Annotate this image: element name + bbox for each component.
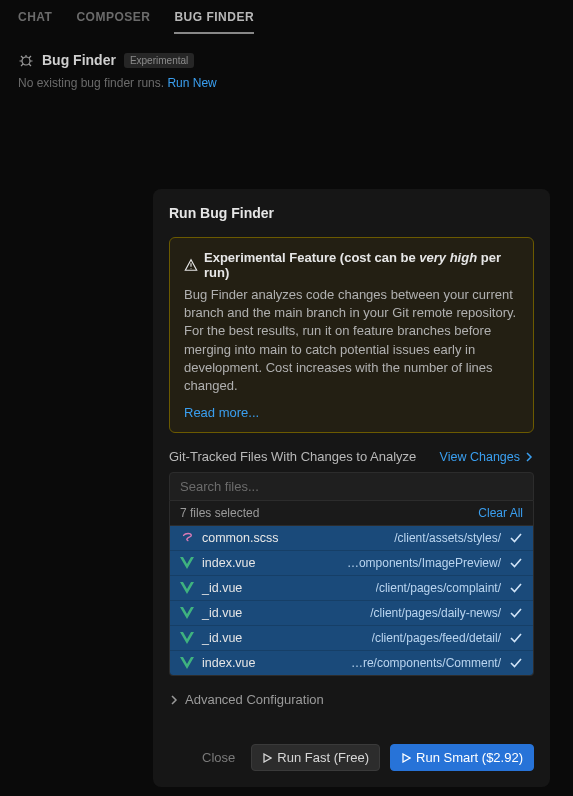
run-smart-button[interactable]: Run Smart ($2.92) [390, 744, 534, 771]
empty-state-text: No existing bug finder runs. Run New [0, 76, 573, 90]
view-changes-link[interactable]: View Changes [440, 450, 534, 464]
notice-head-prefix: Experimental Feature (cost can be [204, 250, 419, 265]
tab-bugfinder[interactable]: BUG FINDER [174, 10, 254, 34]
check-icon [509, 556, 523, 570]
file-path: /client/pages/complaint/ [376, 581, 501, 595]
run-fast-label: Run Fast (Free) [277, 750, 369, 765]
file-row[interactable]: _id.vue/client/pages/complaint/ [170, 576, 533, 601]
tab-bar: CHAT COMPOSER BUG FINDER [0, 0, 573, 34]
notice-body: Bug Finder analyzes code changes between… [184, 286, 519, 395]
file-row[interactable]: index.vue…re/components/Comment/ [170, 651, 533, 675]
vue-icon [180, 557, 194, 569]
bug-icon [18, 52, 34, 68]
file-row[interactable]: _id.vue/client/pages/daily-news/ [170, 601, 533, 626]
panel-footer: Close Run Fast (Free) Run Smart ($2.92) [169, 730, 534, 771]
search-files-input[interactable] [169, 472, 534, 501]
selection-bar: 7 files selected Clear All [169, 501, 534, 526]
run-bug-finder-panel: Run Bug Finder Experimental Feature (cos… [153, 189, 550, 787]
subtitle-prefix: No existing bug finder runs. [18, 76, 167, 90]
file-name: _id.vue [202, 581, 242, 595]
play-icon [262, 753, 272, 763]
read-more-link[interactable]: Read more... [184, 405, 259, 420]
check-icon [509, 531, 523, 545]
page-header: Bug Finder Experimental [0, 34, 573, 76]
warning-icon [184, 258, 198, 272]
file-name: _id.vue [202, 606, 242, 620]
notice-head-em: very high [419, 250, 477, 265]
experimental-notice: Experimental Feature (cost can be very h… [169, 237, 534, 433]
file-name: common.scss [202, 531, 278, 545]
page-title: Bug Finder [42, 52, 116, 68]
check-icon [509, 606, 523, 620]
file-path: /client/assets/styles/ [394, 531, 501, 545]
file-name: index.vue [202, 656, 256, 670]
files-label: Git-Tracked Files With Changes to Analyz… [169, 449, 416, 464]
svg-point-0 [22, 57, 30, 65]
file-name: index.vue [202, 556, 256, 570]
vue-icon [180, 607, 194, 619]
tab-composer[interactable]: COMPOSER [76, 10, 150, 34]
file-row[interactable]: index.vue…omponents/ImagePreview/ [170, 551, 533, 576]
chevron-right-icon [524, 452, 534, 462]
view-changes-text: View Changes [440, 450, 520, 464]
file-name: _id.vue [202, 631, 242, 645]
file-row[interactable]: common.scss/client/assets/styles/ [170, 526, 533, 551]
file-path: …omponents/ImagePreview/ [347, 556, 501, 570]
vue-icon [180, 582, 194, 594]
file-row[interactable]: _id.vue/client/pages/feed/detail/ [170, 626, 533, 651]
run-fast-button[interactable]: Run Fast (Free) [251, 744, 380, 771]
check-icon [509, 656, 523, 670]
check-icon [509, 631, 523, 645]
advanced-config-toggle[interactable]: Advanced Configuration [169, 692, 534, 707]
notice-heading: Experimental Feature (cost can be very h… [184, 250, 519, 280]
run-new-link[interactable]: Run New [167, 76, 216, 90]
close-button[interactable]: Close [196, 745, 241, 770]
scss-icon [180, 532, 194, 544]
selection-count: 7 files selected [180, 506, 259, 520]
tab-chat[interactable]: CHAT [18, 10, 52, 34]
file-path: /client/pages/feed/detail/ [372, 631, 501, 645]
panel-title: Run Bug Finder [169, 205, 534, 221]
file-path: /client/pages/daily-news/ [370, 606, 501, 620]
experimental-badge: Experimental [124, 53, 194, 68]
run-smart-label: Run Smart ($2.92) [416, 750, 523, 765]
vue-icon [180, 632, 194, 644]
file-path: …re/components/Comment/ [351, 656, 501, 670]
file-list: common.scss/client/assets/styles/index.v… [169, 526, 534, 676]
advanced-label: Advanced Configuration [185, 692, 324, 707]
chevron-right-icon [169, 695, 179, 705]
vue-icon [180, 657, 194, 669]
check-icon [509, 581, 523, 595]
clear-all-link[interactable]: Clear All [478, 506, 523, 520]
play-icon [401, 753, 411, 763]
files-header: Git-Tracked Files With Changes to Analyz… [169, 449, 534, 464]
